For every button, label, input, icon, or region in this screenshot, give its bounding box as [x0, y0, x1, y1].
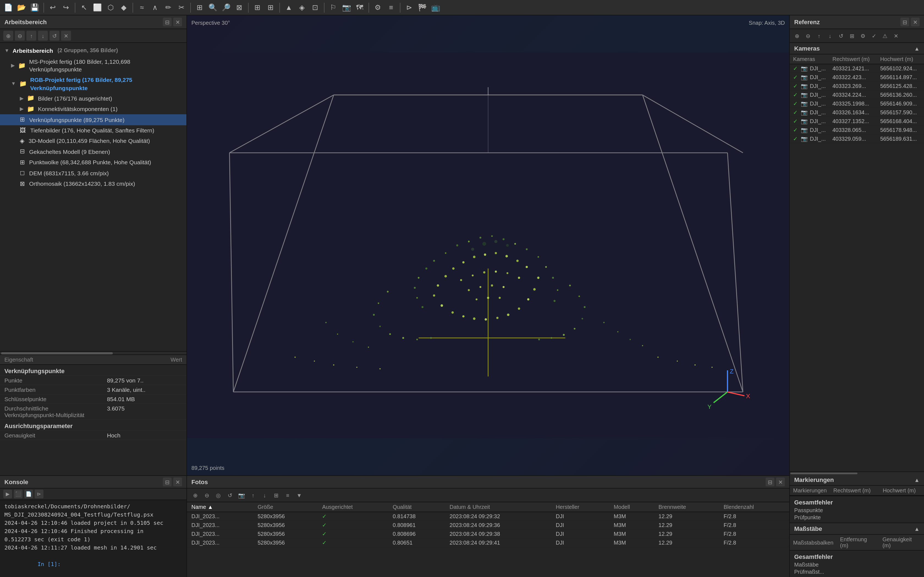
ref-proj-btn[interactable]: ⊞ [847, 31, 857, 41]
ref-massstab-col[interactable]: Maßstabsbalken [790, 535, 837, 550]
photos-list-btn[interactable]: ≡ [283, 490, 292, 500]
map-icon[interactable]: 🗺 [354, 2, 366, 13]
poly-select-icon[interactable]: ⬡ [105, 2, 116, 13]
ruler-icon[interactable]: ≈ [136, 2, 148, 13]
photos-import-btn[interactable]: ↓ [260, 490, 270, 500]
workbench-root[interactable]: ▼ Arbeitsbereich (2 Gruppen, 356 Bilder) [0, 45, 186, 56]
zoom-out-icon[interactable]: 🔎 [220, 2, 232, 13]
col-model[interactable]: Modell [609, 502, 654, 512]
console-expand-btn[interactable]: ⊳ [35, 490, 44, 498]
edit-icon[interactable]: ✏ [162, 2, 174, 13]
ref-camera-row-5[interactable]: ✓ 📷 DJI_... 403326.1634... 5656157.590..… [790, 108, 924, 117]
open-icon[interactable]: 📂 [15, 2, 27, 13]
col-focal[interactable]: Brennweite [654, 502, 719, 512]
dots-icon[interactable]: ⊞ [265, 2, 277, 13]
ref-mark-rechts-col[interactable]: Rechtswert (m) [830, 486, 879, 495]
console-stop-btn[interactable]: ⬛ [14, 490, 23, 498]
play-icon[interactable]: ⊳ [403, 2, 415, 13]
photos-export-btn[interactable]: ↑ [248, 490, 258, 500]
camera-icon[interactable]: 📷 [341, 2, 352, 13]
finish-icon[interactable]: 🏁 [416, 2, 428, 13]
mesh-icon[interactable]: ◈ [296, 2, 308, 13]
ref-export-btn[interactable]: ↓ [825, 31, 835, 41]
settings-icon[interactable]: ⚙ [372, 2, 384, 13]
ref-x-btn[interactable]: ✕ [891, 31, 901, 41]
ref-markierungen-header[interactable]: Markierungen ▲ [790, 474, 924, 486]
col-aligned[interactable]: Ausgerichtet [318, 502, 388, 512]
ref-import-btn[interactable]: ↑ [814, 31, 824, 41]
ref-entfernung-col[interactable]: Entfernung (m) [837, 535, 879, 550]
workbench-float-btn[interactable]: ⊟ [163, 18, 171, 26]
photos-float-btn[interactable]: ⊟ [766, 477, 774, 486]
zoom-in-icon[interactable]: 🔍 [207, 2, 219, 13]
console-clear-btn[interactable]: ⊟ [163, 477, 171, 486]
ref-cam-col[interactable]: Kameras [790, 55, 829, 64]
ref-genauigkeit-col[interactable]: Genauigkeit (m) [879, 535, 924, 550]
connectivity-item[interactable]: ▶ 📁 Konnektivitätskomponenten (1) [0, 104, 186, 114]
photos-camera-btn[interactable]: 📷 [236, 490, 246, 500]
cloud-icon[interactable]: ⊡ [309, 2, 321, 13]
tree-more-btn[interactable]: ✕ [61, 31, 71, 41]
workbench-close-btn[interactable]: ✕ [173, 18, 182, 26]
tree-scrollbar-thumb[interactable] [1, 352, 113, 355]
zoom-center-icon[interactable]: ⊠ [233, 2, 245, 13]
col-date[interactable]: Datum & Uhrzeit [445, 502, 551, 512]
ref-camera-row-1[interactable]: ✓ 📷 DJI_... 403322.423... 5656114.897... [790, 73, 924, 82]
depth-maps-item[interactable]: 🖼 Tiefenbilder (176, Hohe Qualität, Sanf… [0, 125, 186, 136]
export-btn[interactable]: ↓ [38, 31, 48, 41]
paint-icon[interactable]: ◆ [118, 2, 130, 13]
photos-locate-btn[interactable]: ◎ [213, 490, 223, 500]
view-3d[interactable]: Perspective 30° Snap: Axis, 3D 89,275 po… [187, 15, 789, 475]
col-quality[interactable]: Qualität [388, 502, 445, 512]
triangle-icon[interactable]: ▲ [283, 2, 295, 13]
cut-icon[interactable]: ✂ [176, 2, 187, 13]
photo-row-1[interactable]: DJI_2023... 5280x3956 ✓ 0.808961 2023:08… [187, 521, 789, 529]
ref-add-btn[interactable]: ⊕ [792, 31, 802, 41]
tiled-model-item[interactable]: ⊟ Gekacheltes Modell (9 Ebenen) [0, 147, 186, 157]
menu-icon[interactable]: ≡ [385, 2, 397, 13]
redo-icon[interactable]: ↪ [60, 2, 72, 13]
photos-filter-btn[interactable]: ▼ [294, 490, 304, 500]
save-icon[interactable]: 💾 [29, 2, 41, 13]
grid-icon[interactable]: ⊞ [251, 2, 263, 13]
photos-grid-btn[interactable]: ⊞ [271, 490, 281, 500]
ref-warn-btn[interactable]: ⚠ [880, 31, 890, 41]
ortho-item[interactable]: ⊠ Orthomosaik (13662x14230, 1.83 cm/pix) [0, 178, 186, 189]
photo-row-0[interactable]: DJI_2023... 5280x3956 ✓ 0.814738 2023:08… [187, 512, 789, 521]
console-run-btn[interactable]: ▶ [3, 490, 12, 498]
photo-row-2[interactable]: DJI_2023... 5280x3956 ✓ 0.808696 2023:08… [187, 529, 789, 538]
ref-camera-row-2[interactable]: ✓ 📷 DJI_... 403323.269... 5656125.428... [790, 82, 924, 90]
ref-camera-row-3[interactable]: ✓ 📷 DJI_... 403324.224... 5656136.260... [790, 90, 924, 99]
ref-camera-row-8[interactable]: ✓ 📷 DJI_... 403329.059... 5656189.631... [790, 134, 924, 143]
tie-points-item[interactable]: ⊞ Verknüpfungspunkte (89,275 Punkte) [0, 114, 186, 125]
photos-close-btn[interactable]: ✕ [776, 477, 785, 486]
ref-remove-btn[interactable]: ⊖ [803, 31, 813, 41]
ref-close-btn[interactable]: ✕ [911, 18, 919, 26]
add-project-btn[interactable]: ⊕ [3, 31, 13, 41]
ref-mark-col[interactable]: Markierungen [790, 486, 830, 495]
ref-float-btn[interactable]: ⊟ [900, 18, 909, 26]
console-close-btn[interactable]: ✕ [173, 477, 182, 486]
ref-refresh-btn[interactable]: ↺ [836, 31, 846, 41]
photos-remove-btn[interactable]: ⊖ [202, 490, 212, 500]
rgb-project-item[interactable]: ▼ 📁 RGB-Projekt fertig (176 Bilder, 89,2… [0, 75, 186, 93]
col-name[interactable]: Name ▲ [187, 502, 253, 512]
rect-select-icon[interactable]: ⬜ [91, 2, 103, 13]
remove-project-btn[interactable]: ⊖ [15, 31, 25, 41]
ref-mark-hoch-col[interactable]: Hochwert (m) [879, 486, 924, 495]
ref-set-btn[interactable]: ⚙ [858, 31, 868, 41]
ref-camera-row-6[interactable]: ✓ 📷 DJI_... 403327.1352... 5656168.404..… [790, 117, 924, 126]
model-3d-item[interactable]: ◈ 3D-Modell (20,110,459 Flächen, Hohe Qu… [0, 136, 186, 147]
angle-icon[interactable]: ∧ [149, 2, 161, 13]
pointcloud-item[interactable]: ⊞ Punktwolke (68,342,688 Punkte, Hohe Qu… [0, 157, 186, 168]
ref-massstaebe-header[interactable]: Maßstäbe ▲ [790, 523, 924, 535]
ref-check-btn[interactable]: ✓ [869, 31, 879, 41]
ref-camera-row-0[interactable]: ✓ 📷 DJI_... 403321.2421... 5656102.924..… [790, 64, 924, 73]
refresh-btn[interactable]: ↺ [50, 31, 60, 41]
undo-icon[interactable]: ↩ [47, 2, 59, 13]
select-icon[interactable]: ↖ [78, 2, 90, 13]
col-aperture[interactable]: Blendenzahl [719, 502, 789, 512]
col-maker[interactable]: Hersteller [551, 502, 609, 512]
view-icon[interactable]: 📺 [430, 2, 442, 13]
photo-row-3[interactable]: DJI_2023... 5280x3956 ✓ 0.80651 2023:08:… [187, 538, 789, 547]
